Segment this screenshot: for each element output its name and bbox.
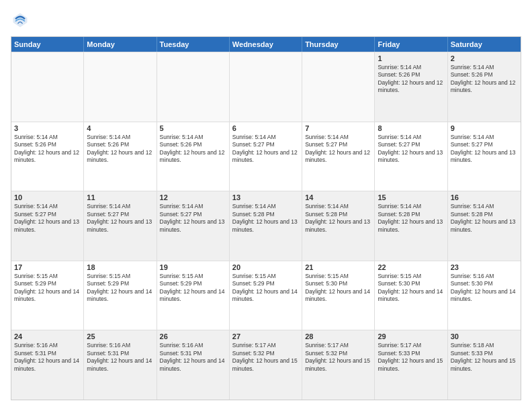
svg-marker-0 bbox=[13, 13, 28, 28]
cal-cell-empty bbox=[157, 52, 230, 122]
logo bbox=[11, 11, 32, 30]
cell-details: Sunrise: 5:14 AM Sunset: 5:26 PM Dayligh… bbox=[451, 64, 518, 95]
cell-details: Sunrise: 5:16 AM Sunset: 5:30 PM Dayligh… bbox=[451, 273, 518, 304]
cal-cell-25: 25Sunrise: 5:16 AM Sunset: 5:31 PM Dayli… bbox=[84, 330, 157, 400]
cell-details: Sunrise: 5:14 AM Sunset: 5:26 PM Dayligh… bbox=[14, 134, 81, 165]
cell-details: Sunrise: 5:15 AM Sunset: 5:30 PM Dayligh… bbox=[378, 273, 444, 304]
cal-row-2: 10Sunrise: 5:14 AM Sunset: 5:27 PM Dayli… bbox=[11, 191, 521, 261]
cal-cell-21: 21Sunrise: 5:15 AM Sunset: 5:30 PM Dayli… bbox=[302, 261, 375, 330]
day-number: 27 bbox=[232, 332, 299, 340]
cal-cell-6: 6Sunrise: 5:14 AM Sunset: 5:27 PM Daylig… bbox=[230, 122, 302, 191]
cal-cell-empty bbox=[11, 52, 84, 122]
cell-details: Sunrise: 5:14 AM Sunset: 5:27 PM Dayligh… bbox=[14, 203, 81, 234]
day-number: 9 bbox=[451, 124, 518, 132]
weekday-header-tuesday: Tuesday bbox=[157, 37, 230, 52]
cell-details: Sunrise: 5:15 AM Sunset: 5:29 PM Dayligh… bbox=[14, 273, 81, 304]
cell-details: Sunrise: 5:18 AM Sunset: 5:33 PM Dayligh… bbox=[451, 342, 518, 373]
cell-details: Sunrise: 5:14 AM Sunset: 5:27 PM Dayligh… bbox=[87, 203, 153, 234]
calendar-header: SundayMondayTuesdayWednesdayThursdayFrid… bbox=[11, 37, 521, 52]
cal-cell-20: 20Sunrise: 5:15 AM Sunset: 5:29 PM Dayli… bbox=[230, 261, 302, 330]
day-number: 11 bbox=[87, 193, 153, 201]
weekday-header-thursday: Thursday bbox=[302, 37, 375, 52]
cal-cell-18: 18Sunrise: 5:15 AM Sunset: 5:29 PM Dayli… bbox=[84, 261, 157, 330]
cal-cell-14: 14Sunrise: 5:14 AM Sunset: 5:28 PM Dayli… bbox=[302, 191, 375, 261]
cell-details: Sunrise: 5:14 AM Sunset: 5:28 PM Dayligh… bbox=[378, 203, 444, 234]
cell-details: Sunrise: 5:14 AM Sunset: 5:26 PM Dayligh… bbox=[378, 64, 444, 95]
cell-details: Sunrise: 5:15 AM Sunset: 5:30 PM Dayligh… bbox=[305, 273, 371, 304]
cal-cell-empty bbox=[84, 52, 157, 122]
cal-cell-17: 17Sunrise: 5:15 AM Sunset: 5:29 PM Dayli… bbox=[11, 261, 84, 330]
cal-cell-15: 15Sunrise: 5:14 AM Sunset: 5:28 PM Dayli… bbox=[375, 191, 447, 261]
weekday-header-wednesday: Wednesday bbox=[230, 37, 302, 52]
day-number: 25 bbox=[87, 332, 153, 340]
cell-details: Sunrise: 5:14 AM Sunset: 5:27 PM Dayligh… bbox=[305, 134, 371, 165]
day-number: 8 bbox=[378, 124, 444, 132]
day-number: 3 bbox=[14, 124, 81, 132]
cell-details: Sunrise: 5:14 AM Sunset: 5:28 PM Dayligh… bbox=[305, 203, 371, 234]
cell-details: Sunrise: 5:15 AM Sunset: 5:29 PM Dayligh… bbox=[87, 273, 153, 304]
cal-cell-13: 13Sunrise: 5:14 AM Sunset: 5:28 PM Dayli… bbox=[230, 191, 302, 261]
cal-cell-9: 9Sunrise: 5:14 AM Sunset: 5:27 PM Daylig… bbox=[448, 122, 521, 191]
day-number: 26 bbox=[160, 332, 226, 340]
calendar: SundayMondayTuesdayWednesdayThursdayFrid… bbox=[11, 36, 521, 400]
day-number: 12 bbox=[160, 193, 226, 201]
cell-details: Sunrise: 5:17 AM Sunset: 5:32 PM Dayligh… bbox=[305, 342, 371, 373]
day-number: 17 bbox=[14, 263, 81, 271]
cell-details: Sunrise: 5:17 AM Sunset: 5:32 PM Dayligh… bbox=[232, 342, 299, 373]
day-number: 21 bbox=[305, 263, 371, 271]
cal-cell-11: 11Sunrise: 5:14 AM Sunset: 5:27 PM Dayli… bbox=[84, 191, 157, 261]
cell-details: Sunrise: 5:14 AM Sunset: 5:27 PM Dayligh… bbox=[451, 134, 518, 165]
cal-cell-19: 19Sunrise: 5:15 AM Sunset: 5:29 PM Dayli… bbox=[157, 261, 230, 330]
cal-row-3: 17Sunrise: 5:15 AM Sunset: 5:29 PM Dayli… bbox=[11, 261, 521, 330]
day-number: 4 bbox=[87, 124, 153, 132]
cal-cell-30: 30Sunrise: 5:18 AM Sunset: 5:33 PM Dayli… bbox=[448, 330, 521, 400]
calendar-body: 1Sunrise: 5:14 AM Sunset: 5:26 PM Daylig… bbox=[11, 52, 521, 400]
cal-row-4: 24Sunrise: 5:16 AM Sunset: 5:31 PM Dayli… bbox=[11, 330, 521, 400]
cell-details: Sunrise: 5:14 AM Sunset: 5:26 PM Dayligh… bbox=[160, 134, 226, 165]
day-number: 18 bbox=[87, 263, 153, 271]
day-number: 29 bbox=[378, 332, 444, 340]
cal-cell-empty bbox=[302, 52, 375, 122]
cal-row-1: 3Sunrise: 5:14 AM Sunset: 5:26 PM Daylig… bbox=[11, 122, 521, 191]
cal-cell-2: 2Sunrise: 5:14 AM Sunset: 5:26 PM Daylig… bbox=[448, 52, 521, 122]
day-number: 10 bbox=[14, 193, 81, 201]
day-number: 1 bbox=[378, 54, 444, 62]
weekday-header-sunday: Sunday bbox=[11, 37, 84, 52]
cell-details: Sunrise: 5:14 AM Sunset: 5:28 PM Dayligh… bbox=[232, 203, 299, 234]
weekday-header-monday: Monday bbox=[84, 37, 157, 52]
day-number: 13 bbox=[232, 193, 299, 201]
cal-cell-10: 10Sunrise: 5:14 AM Sunset: 5:27 PM Dayli… bbox=[11, 191, 84, 261]
cell-details: Sunrise: 5:14 AM Sunset: 5:27 PM Dayligh… bbox=[160, 203, 226, 234]
cell-details: Sunrise: 5:16 AM Sunset: 5:31 PM Dayligh… bbox=[87, 342, 153, 373]
cal-cell-29: 29Sunrise: 5:17 AM Sunset: 5:33 PM Dayli… bbox=[375, 330, 447, 400]
header bbox=[11, 11, 521, 30]
day-number: 14 bbox=[305, 193, 371, 201]
cell-details: Sunrise: 5:16 AM Sunset: 5:31 PM Dayligh… bbox=[160, 342, 226, 373]
day-number: 23 bbox=[451, 263, 518, 271]
cal-cell-3: 3Sunrise: 5:14 AM Sunset: 5:26 PM Daylig… bbox=[11, 122, 84, 191]
cal-cell-empty bbox=[230, 52, 302, 122]
day-number: 24 bbox=[14, 332, 81, 340]
page: SundayMondayTuesdayWednesdayThursdayFrid… bbox=[0, 0, 532, 411]
day-number: 16 bbox=[451, 193, 518, 201]
cell-details: Sunrise: 5:15 AM Sunset: 5:29 PM Dayligh… bbox=[232, 273, 299, 304]
weekday-header-friday: Friday bbox=[375, 37, 447, 52]
cell-details: Sunrise: 5:17 AM Sunset: 5:33 PM Dayligh… bbox=[378, 342, 444, 373]
logo-icon bbox=[11, 11, 30, 30]
cell-details: Sunrise: 5:14 AM Sunset: 5:27 PM Dayligh… bbox=[378, 134, 444, 165]
day-number: 28 bbox=[305, 332, 371, 340]
cal-cell-12: 12Sunrise: 5:14 AM Sunset: 5:27 PM Dayli… bbox=[157, 191, 230, 261]
cal-cell-1: 1Sunrise: 5:14 AM Sunset: 5:26 PM Daylig… bbox=[375, 52, 447, 122]
cell-details: Sunrise: 5:16 AM Sunset: 5:31 PM Dayligh… bbox=[14, 342, 81, 373]
cal-cell-27: 27Sunrise: 5:17 AM Sunset: 5:32 PM Dayli… bbox=[230, 330, 302, 400]
cell-details: Sunrise: 5:14 AM Sunset: 5:26 PM Dayligh… bbox=[87, 134, 153, 165]
cal-cell-5: 5Sunrise: 5:14 AM Sunset: 5:26 PM Daylig… bbox=[157, 122, 230, 191]
cal-cell-22: 22Sunrise: 5:15 AM Sunset: 5:30 PM Dayli… bbox=[375, 261, 447, 330]
cal-cell-24: 24Sunrise: 5:16 AM Sunset: 5:31 PM Dayli… bbox=[11, 330, 84, 400]
cal-cell-28: 28Sunrise: 5:17 AM Sunset: 5:32 PM Dayli… bbox=[302, 330, 375, 400]
day-number: 30 bbox=[451, 332, 518, 340]
day-number: 6 bbox=[232, 124, 299, 132]
cal-cell-7: 7Sunrise: 5:14 AM Sunset: 5:27 PM Daylig… bbox=[302, 122, 375, 191]
cal-cell-26: 26Sunrise: 5:16 AM Sunset: 5:31 PM Dayli… bbox=[157, 330, 230, 400]
day-number: 5 bbox=[160, 124, 226, 132]
